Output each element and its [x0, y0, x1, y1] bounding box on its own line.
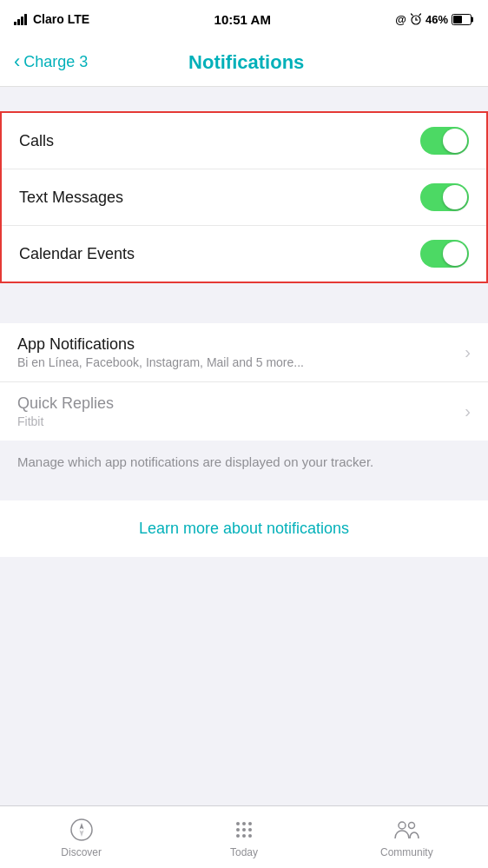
quick-replies-title: Quick Replies: [17, 394, 114, 413]
svg-rect-2: [21, 17, 23, 25]
app-notifications-title: App Notifications: [17, 335, 304, 354]
toggle-section: Calls Text Messages Calendar Events: [0, 111, 488, 283]
tab-bar: Discover Today: [0, 805, 488, 868]
tab-community-label: Community: [380, 846, 433, 858]
info-section: App Notifications Bi en Línea, Facebook,…: [0, 323, 488, 441]
calendar-events-toggle-knob: [443, 242, 467, 266]
svg-rect-1: [17, 19, 20, 25]
alarm-icon: [410, 13, 422, 25]
svg-point-18: [236, 828, 240, 832]
calls-toggle[interactable]: [420, 127, 469, 155]
calls-label: Calls: [19, 132, 54, 150]
battery-label: 46%: [425, 13, 448, 26]
tab-today[interactable]: Today: [162, 817, 325, 858]
network-label: LTE: [68, 12, 89, 26]
nav-bar: ‹ Charge 3 Notifications: [0, 38, 488, 87]
svg-point-21: [236, 834, 240, 838]
svg-point-22: [242, 834, 246, 838]
today-icon: [231, 817, 257, 843]
svg-marker-13: [79, 823, 83, 830]
top-spacer: [0, 87, 488, 111]
status-carrier: Claro LTE: [14, 12, 89, 26]
back-chevron-icon: ‹: [14, 52, 20, 71]
status-bar: Claro LTE 10:51 AM @ 46%: [0, 0, 488, 38]
at-icon: @: [395, 13, 406, 26]
learn-more-section: Learn more about notifications: [0, 500, 488, 557]
svg-line-7: [411, 14, 412, 16]
app-notifications-row[interactable]: App Notifications Bi en Línea, Facebook,…: [0, 323, 488, 382]
app-notifications-subtitle: Bi en Línea, Facebook, Instagram, Mail a…: [17, 355, 304, 369]
quick-replies-subtitle: Fitbit: [17, 414, 114, 428]
mid-spacer: [0, 283, 488, 308]
page-title: Notifications: [88, 51, 405, 74]
back-label: Charge 3: [23, 53, 88, 71]
text-messages-row: Text Messages: [2, 169, 486, 226]
status-time: 10:51 AM: [214, 12, 271, 27]
calendar-events-toggle[interactable]: [420, 240, 469, 268]
calendar-events-row: Calendar Events: [2, 226, 486, 282]
description-text: Manage which app notifications are displ…: [17, 453, 471, 473]
signal-icon: [14, 14, 30, 25]
quick-replies-text: Quick Replies Fitbit: [17, 394, 114, 428]
svg-point-20: [248, 828, 252, 832]
svg-rect-0: [14, 22, 16, 25]
tab-discover-label: Discover: [61, 846, 102, 858]
text-messages-toggle-knob: [443, 185, 467, 209]
learn-more-link[interactable]: Learn more about notifications: [139, 520, 349, 537]
svg-point-16: [242, 822, 246, 825]
community-icon: [393, 817, 419, 843]
tab-today-label: Today: [230, 846, 258, 858]
svg-point-15: [236, 822, 240, 825]
app-notifications-chevron-icon: ›: [465, 342, 471, 362]
svg-point-17: [248, 822, 252, 825]
svg-rect-10: [471, 17, 473, 22]
svg-marker-14: [79, 830, 83, 837]
carrier-label: Claro: [33, 12, 64, 26]
tab-community[interactable]: Community: [326, 817, 488, 858]
svg-line-8: [419, 14, 421, 16]
svg-point-24: [399, 822, 406, 829]
description-section: Manage which app notifications are displ…: [0, 441, 488, 485]
main-content: Calls Text Messages Calendar Events App …: [0, 87, 488, 805]
discover-icon: [69, 817, 95, 843]
battery-icon: [452, 14, 474, 25]
svg-point-23: [248, 834, 252, 838]
svg-point-25: [409, 822, 415, 828]
svg-point-19: [242, 828, 246, 832]
svg-point-12: [71, 819, 92, 840]
calls-toggle-knob: [443, 129, 467, 153]
svg-rect-3: [24, 14, 27, 25]
quick-replies-chevron-icon: ›: [465, 401, 471, 421]
status-right: @ 46%: [395, 13, 474, 26]
svg-rect-11: [453, 16, 462, 23]
app-notifications-text: App Notifications Bi en Línea, Facebook,…: [17, 335, 304, 369]
calls-row: Calls: [2, 113, 486, 169]
tab-discover[interactable]: Discover: [0, 817, 162, 858]
calendar-events-label: Calendar Events: [19, 245, 135, 263]
text-messages-label: Text Messages: [19, 189, 123, 207]
quick-replies-row[interactable]: Quick Replies Fitbit ›: [0, 382, 488, 441]
text-messages-toggle[interactable]: [420, 183, 469, 211]
back-button[interactable]: ‹ Charge 3: [14, 53, 88, 71]
